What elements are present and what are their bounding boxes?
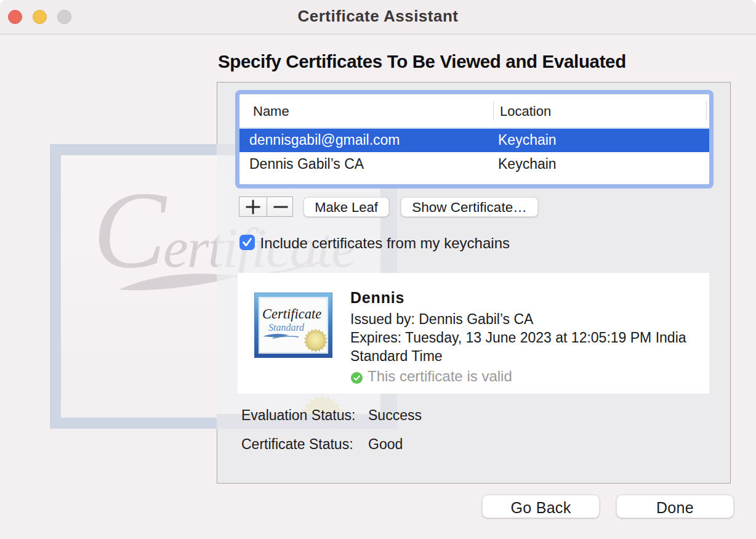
svg-text:Certificate: Certificate [262,306,321,322]
svg-text:Standard: Standard [268,322,305,333]
svg-text:C: C [93,169,167,291]
